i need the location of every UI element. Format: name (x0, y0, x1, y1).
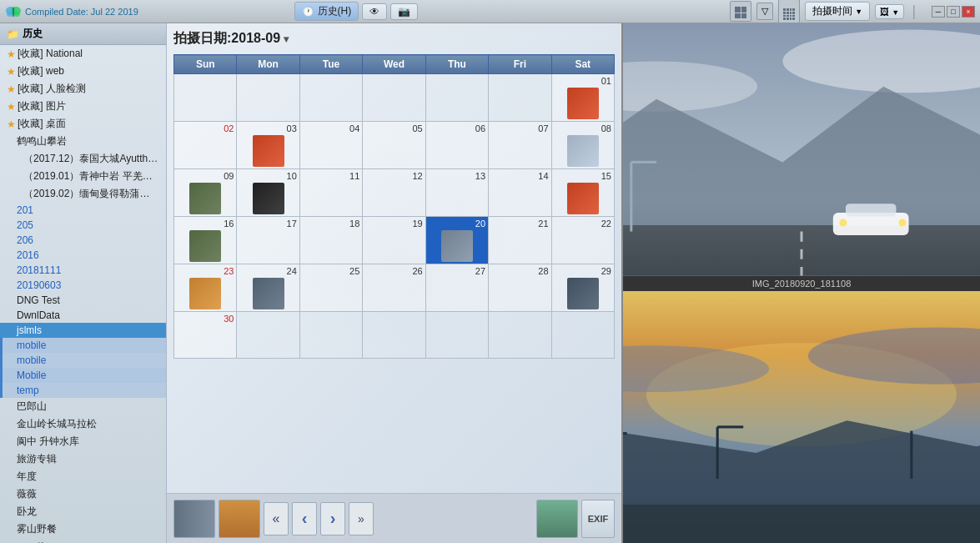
sidebar-item-travel[interactable]: 旅游专辑 (0, 450, 166, 468)
calendar-cell[interactable]: 20 (425, 217, 488, 264)
calendar-cell[interactable]: 12 (363, 169, 425, 217)
thumbnail-size-button[interactable]: 🖼 ▼ (875, 4, 904, 19)
calendar-cell[interactable]: 28 (489, 264, 551, 312)
calendar-cell[interactable]: 01 (551, 74, 614, 122)
calendar-cell[interactable]: 10 (237, 169, 299, 217)
sort-button[interactable]: 拍摄时间 ▼ (805, 2, 870, 21)
sidebar-item-2016[interactable]: 2016 (0, 248, 166, 263)
calendar-cell (425, 74, 488, 122)
calendar-cell (551, 312, 614, 359)
weekday-wed: Wed (363, 55, 425, 74)
sidebar-item-20190603[interactable]: 20190603 (0, 278, 166, 293)
sidebar-item-myanmar[interactable]: （2019.02）缅甸曼得勒蒲甘茵莱湖 (0, 185, 166, 203)
grid4-button[interactable] (778, 0, 800, 23)
calendar-cell[interactable]: 11 (299, 169, 362, 217)
calendar-cell[interactable]: 30 (174, 312, 237, 359)
calendar-cell[interactable]: 15 (551, 169, 614, 217)
funnel-button[interactable]: ▽ (756, 3, 773, 20)
photo-top (623, 23, 980, 276)
content-area: 拍摄日期:2018-09 ▾ Sun Mon Tue Wed Thu Fri S… (167, 23, 621, 543)
thumb-item-2[interactable] (219, 500, 260, 538)
prev-button[interactable]: ‹ (292, 502, 317, 535)
sidebar-item-langzhong[interactable]: 阆中 升钟水库 (0, 433, 166, 450)
close-button[interactable]: × (962, 6, 975, 18)
calendar-cell[interactable]: 05 (363, 122, 425, 169)
camera-button[interactable]: 📷 (390, 3, 418, 20)
sidebar-item-balang[interactable]: 巴郎山 (0, 398, 166, 415)
next-double-button[interactable]: » (349, 502, 374, 535)
calendar-cell[interactable]: 17 (237, 217, 299, 264)
next-button[interactable]: › (320, 502, 345, 535)
calendar-cell[interactable]: 18 (299, 217, 362, 264)
sidebar[interactable]: 📁 历史 ★ [收藏] National ★ [收藏] web ★ [收藏] 人… (0, 23, 167, 543)
calendar-cell[interactable]: 04 (299, 122, 362, 169)
sidebar-item-face[interactable]: ★ [收藏] 人脸检测 (0, 80, 166, 98)
calendar-cell[interactable]: 29 (551, 264, 614, 312)
sidebar-item-fogmeal[interactable]: 雾山野餐 (0, 520, 166, 538)
calendar-cell (489, 312, 551, 359)
grid-view-button[interactable] (730, 1, 751, 23)
calendar-cell[interactable]: 02 (174, 122, 237, 169)
sidebar-item-dng[interactable]: DNG Test (0, 293, 166, 308)
thumb-item-1[interactable] (173, 500, 215, 538)
compile-date-label: Compiled Date: Jul 22 2019 (25, 7, 138, 17)
calendar-cell[interactable]: 25 (299, 264, 362, 312)
calendar-cell[interactable]: 03 (237, 122, 299, 169)
date-header: 拍摄日期:2018-09 ▾ (173, 30, 615, 48)
calendar-cell[interactable]: 21 (489, 217, 551, 264)
calendar-cell[interactable]: 22 (551, 217, 614, 264)
sidebar-item-desktop[interactable]: ★ [收藏] 桌面 (0, 115, 166, 133)
sidebar-item-mobile2[interactable]: mobile (0, 353, 166, 368)
calendar-cell[interactable]: 13 (425, 169, 488, 217)
sidebar-item-web[interactable]: ★ [收藏] web (0, 63, 166, 80)
sidebar-item-201[interactable]: 201 (0, 203, 166, 218)
calendar-cell[interactable]: 09 (174, 169, 237, 217)
sidebar-item-wolong[interactable]: 卧龙 (0, 503, 166, 520)
calendar-cell[interactable]: 08 (551, 122, 614, 169)
calendar-area: 拍摄日期:2018-09 ▾ Sun Mon Tue Wed Thu Fri S… (167, 23, 621, 493)
sidebar-item-dwnl[interactable]: DwnlData (0, 308, 166, 323)
calendar-cell (425, 312, 488, 359)
history-button[interactable]: 🕐 历史(H) (294, 2, 359, 21)
restore-button[interactable]: □ (947, 6, 960, 18)
calendar-cell[interactable]: 14 (489, 169, 551, 217)
calendar-cell[interactable]: 06 (425, 122, 488, 169)
sidebar-item-national[interactable]: ★ [收藏] National (0, 45, 166, 63)
sidebar-item-heming[interactable]: 鹤鸣山攀岩 (0, 133, 166, 150)
photo-top-image (623, 23, 980, 276)
sidebar-item-206[interactable]: 206 (0, 233, 166, 248)
calendar-cell[interactable]: 24 (237, 264, 299, 312)
svg-point-3 (13, 12, 20, 17)
thumb-item-3[interactable] (536, 500, 578, 538)
sidebar-item-mobile3[interactable]: Mobile (0, 368, 166, 383)
svg-point-18 (839, 219, 847, 226)
calendar-cell[interactable]: 16 (174, 217, 237, 264)
sidebar-header: 📁 历史 (0, 23, 166, 45)
sidebar-item-annual[interactable]: 年度 (0, 468, 166, 485)
calendar-cell (237, 74, 299, 122)
calendar-cell[interactable]: 27 (425, 264, 488, 312)
sidebar-item-temp[interactable]: temp (0, 383, 166, 398)
date-dropdown-button[interactable]: ▾ (284, 33, 289, 45)
calendar-cell[interactable]: 07 (489, 122, 551, 169)
sidebar-item-mobile1[interactable]: mobile (0, 338, 166, 353)
calendar-cell[interactable]: 26 (363, 264, 425, 312)
eye-button[interactable]: 👁 (362, 3, 387, 20)
calendar-cell[interactable]: 23 (174, 264, 237, 312)
calendar-cell (237, 312, 299, 359)
sidebar-item-jinshan[interactable]: 金山岭长城马拉松 (0, 415, 166, 433)
exif-button[interactable]: EXIF (581, 500, 615, 538)
calendar-cell[interactable]: 19 (363, 217, 425, 264)
prev-double-button[interactable]: « (264, 502, 289, 535)
sidebar-item-qingshen[interactable]: （2019.01）青神中岩 平羌小三峡 (0, 168, 166, 185)
sidebar-item-jslmls[interactable]: jslmls (0, 323, 166, 338)
sidebar-item-weiwei[interactable]: 薇薇 (0, 485, 166, 503)
minimize-button[interactable]: ─ (932, 6, 945, 18)
sidebar-item-download[interactable]: ↓ 下载 (0, 538, 166, 543)
sidebar-item-thailand[interactable]: （2017.12）泰国大城Ayutthaya (0, 150, 166, 168)
star-icon: ★ (7, 101, 16, 113)
sidebar-item-20181111[interactable]: 20181111 (0, 263, 166, 278)
sidebar-item-pictures[interactable]: ★ [收藏] 图片 (0, 98, 166, 115)
weekday-tue: Tue (299, 55, 362, 74)
sidebar-item-205[interactable]: 205 (0, 218, 166, 233)
